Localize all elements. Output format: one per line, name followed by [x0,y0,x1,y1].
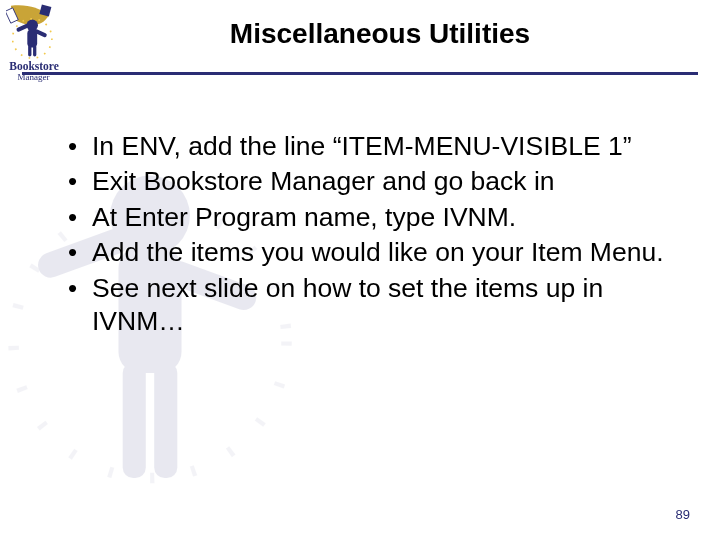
bullet-item: Add the items you would like on your Ite… [64,236,672,269]
svg-rect-14 [33,45,36,56]
logo-text-line1: Bookstore [9,60,59,72]
svg-rect-5 [154,363,177,479]
bullet-item: Exit Bookstore Manager and go back in [64,165,672,198]
bullet-item: At Enter Program name, type IVNM. [64,201,672,234]
svg-rect-11 [16,23,30,32]
page-number: 89 [676,507,690,522]
slide-body: In ENV, add the line “ITEM-MENU-VISIBLE … [64,130,672,340]
slide-title: Miscellaneous Utilities [100,18,660,50]
bullet-item: In ENV, add the line “ITEM-MENU-VISIBLE … [64,130,672,163]
bullet-list: In ENV, add the line “ITEM-MENU-VISIBLE … [64,130,672,338]
svg-rect-4 [123,363,146,479]
svg-rect-13 [28,45,31,56]
bullet-item: See next slide on how to set the items u… [64,272,672,339]
title-underline [22,72,698,75]
